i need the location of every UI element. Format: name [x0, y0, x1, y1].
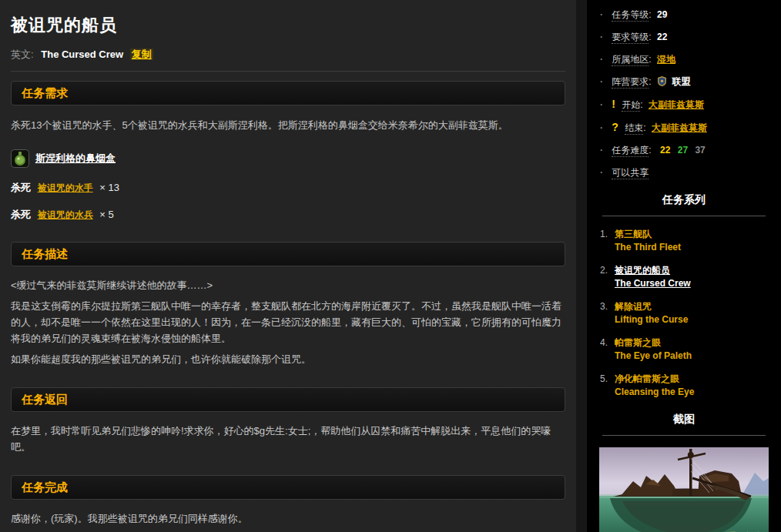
english-name: The Cursed Crew — [41, 49, 123, 60]
difficulty-green: 27 — [678, 145, 688, 156]
kill-objective-row: 杀死 被诅咒的水兵 × 5 — [11, 208, 565, 222]
bullet-icon: · — [600, 122, 603, 133]
quest-series-list: 1. 第三舰队 The Third Fleet 2. 被诅咒的船员 The Cu… — [587, 228, 781, 399]
end-npc-link[interactable]: 大副菲兹莫斯 — [652, 122, 707, 133]
bullet-icon: · — [600, 9, 603, 20]
screenshots-title: 截图 — [587, 413, 781, 427]
series-link-cn[interactable]: 帕雷斯之眼 — [615, 336, 692, 350]
zone-link[interactable]: 湿地 — [657, 54, 675, 65]
series-item-4: 4. 帕雷斯之眼 The Eye of Paleth — [600, 336, 781, 363]
fact-sharable: · 可以共享 — [587, 166, 781, 179]
fact-zone: · 所属地区: 湿地 — [587, 53, 781, 66]
section-objectives: 任务需求 杀死13个被诅咒的水手、5个被诅咒的水兵和大副斯涅利格。把斯涅利格的鼻… — [11, 81, 565, 222]
start-npc-link[interactable]: 大副菲兹莫斯 — [649, 99, 704, 110]
description-paragraph: 如果你能超度我的那些被诅咒的弟兄们，也许你就能破除那个诅咒。 — [11, 351, 565, 367]
quest-facts-sidebar: · 任务等级: 29 · 要求等级: 22 · 所属地区: 湿地 · 阵营要求:… — [587, 0, 781, 532]
objectives-summary: 杀死13个被诅咒的水手、5个被诅咒的水兵和大副斯涅利格。把斯涅利格的鼻烟盒交给米… — [11, 117, 565, 133]
fact-required-level: · 要求等级: 22 — [587, 31, 781, 44]
series-link-en[interactable]: Lifting the Curse — [615, 313, 688, 326]
title-divider — [11, 71, 565, 72]
completion-header: 任务完成 — [11, 475, 565, 500]
section-completion: 任务完成 感谢你，(玩家)。我那些被诅咒的弟兄们同样感谢你。 — [11, 475, 565, 527]
quest-start-exclamation-icon: ! — [612, 98, 615, 110]
mob-link-sailor[interactable]: 被诅咒的水手 — [38, 182, 93, 193]
description-paragraph: 我是这支倒霉的库尔提拉斯第三舰队中唯一的幸存者，整支舰队都在北方的海岸附近覆灭了… — [11, 298, 565, 346]
english-name-row: 英文: The Cursed Crew 复制 — [11, 48, 565, 62]
fact-quest-start: · ! 开始: 大副菲兹莫斯 — [587, 98, 781, 112]
series-link-cn[interactable]: 解除诅咒 — [615, 300, 688, 313]
series-link-en[interactable]: The Third Fleet — [615, 241, 681, 254]
series-item-1: 1. 第三舰队 The Third Fleet — [600, 228, 781, 254]
series-link-en[interactable]: The Cursed Crew — [615, 277, 691, 290]
snuffbox-item-icon[interactable] — [11, 149, 29, 168]
kill-verb: 杀死 — [11, 182, 31, 193]
page-title: 被诅咒的船员 — [11, 14, 565, 37]
copy-button[interactable]: 复制 — [130, 49, 153, 60]
objectives-header: 任务需求 — [11, 81, 565, 105]
quest-main-panel: 被诅咒的船员 英文: The Cursed Crew 复制 任务需求 杀死13个… — [0, 0, 576, 532]
fact-faction: · 阵营要求: 联盟 — [587, 75, 781, 89]
screenshots-divider — [602, 435, 766, 436]
bullet-icon: · — [600, 99, 603, 110]
bullet-icon: · — [600, 76, 603, 87]
quest-item-link[interactable]: 斯涅利格的鼻烟盒 — [35, 152, 116, 166]
bullet-icon: · — [600, 145, 603, 156]
kill-objective-row: 杀死 被诅咒的水手 × 13 — [11, 181, 565, 195]
screenshot-thumbnail[interactable]: 六零数据库 60WDB — [599, 447, 769, 532]
quest-item-row: 斯涅利格的鼻烟盒 — [11, 149, 565, 168]
series-link-en[interactable]: Cleansing the Eye — [615, 386, 694, 399]
series-link-cn[interactable]: 被诅咒的船员 — [615, 264, 691, 277]
kill-count: × 5 — [99, 209, 113, 220]
section-description: 任务描述 <缓过气来的菲兹莫斯继续讲述他的故事……> 我是这支倒霉的库尔提拉斯第… — [11, 242, 565, 367]
series-item-3: 3. 解除诅咒 Lifting the Curse — [600, 300, 781, 326]
description-paragraph: <缓过气来的菲兹莫斯继续讲述他的故事……> — [11, 277, 565, 293]
series-item-5: 5. 净化帕雷斯之眼 Cleansing the Eye — [600, 373, 781, 399]
series-link-en[interactable]: The Eye of Paleth — [615, 350, 692, 363]
bullet-icon: · — [600, 167, 603, 178]
series-title: 任务系列 — [587, 193, 781, 207]
kill-count: × 13 — [99, 182, 119, 193]
progress-header: 任务返回 — [11, 387, 565, 412]
bullet-icon: · — [600, 32, 603, 42]
mob-link-marine[interactable]: 被诅咒的水兵 — [38, 209, 93, 220]
bullet-icon: · — [600, 54, 603, 65]
shipwreck-screenshot-image: 六零数据库 60WDB — [599, 447, 769, 532]
fact-quest-end: · ? 结束: 大副菲兹莫斯 — [587, 121, 781, 135]
description-header: 任务描述 — [11, 242, 565, 266]
fact-quest-level: · 任务等级: 29 — [587, 8, 781, 22]
faction-name: 联盟 — [672, 76, 690, 87]
series-link-cn[interactable]: 净化帕雷斯之眼 — [615, 373, 694, 386]
series-link-cn[interactable]: 第三舰队 — [615, 228, 681, 241]
section-progress: 任务返回 在梦里，我时常听见弟兄们悲惨的呻吟!求求你，好心的$g先生:女士;，帮… — [11, 387, 565, 455]
completion-text: 感谢你，(玩家)。我那些被诅咒的弟兄们同样感谢你。 — [11, 510, 565, 527]
difficulty-gray: 37 — [695, 145, 705, 156]
quest-end-question-icon: ? — [612, 121, 618, 133]
alliance-shield-icon — [658, 76, 666, 86]
progress-text: 在梦里，我时常听见弟兄们悲惨的呻吟!求求你，好心的$g先生:女士;，帮助他们从囚… — [11, 423, 565, 455]
series-item-2-current: 2. 被诅咒的船员 The Cursed Crew — [600, 264, 781, 290]
kill-verb: 杀死 — [11, 209, 31, 220]
series-divider — [602, 216, 766, 216]
english-label: 英文: — [11, 49, 34, 60]
fact-difficulty: · 任务难度: 22 27 37 — [587, 144, 781, 157]
difficulty-yellow: 22 — [660, 145, 670, 156]
